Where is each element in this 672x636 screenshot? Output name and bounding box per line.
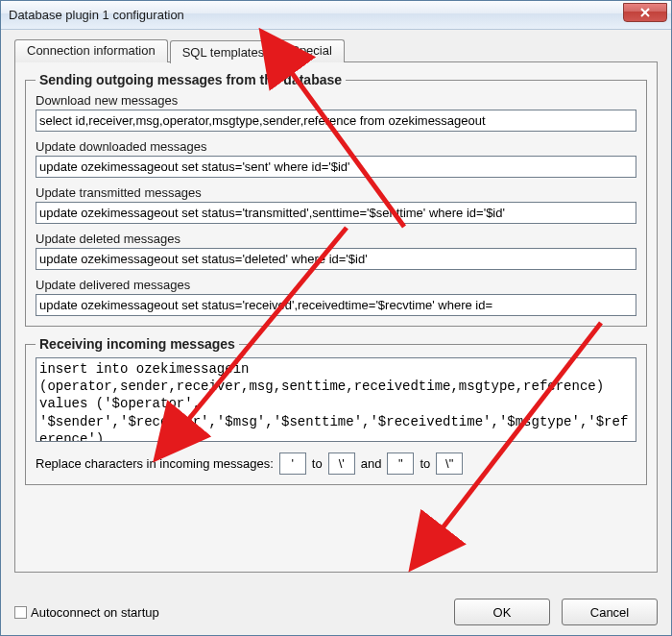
- update-deleted-messages-input[interactable]: [36, 248, 636, 270]
- download-new-messages-input[interactable]: [36, 110, 636, 132]
- window-title: Database plugin 1 configuration: [9, 8, 184, 22]
- outgoing-legend: Sending outgoing messages from the datab…: [36, 72, 346, 87]
- update-deleted-messages-label: Update deleted messages: [36, 232, 636, 246]
- tab-strip: Connection information SQL templates Spe…: [14, 39, 658, 62]
- dialog-footer: Autoconnect on startup OK Cancel: [14, 599, 658, 625]
- repl-and: and: [361, 456, 382, 471]
- tab-page-sql-templates: Sending outgoing messages from the datab…: [14, 61, 658, 573]
- cancel-button[interactable]: Cancel: [562, 599, 658, 625]
- update-downloaded-messages-label: Update downloaded messages: [36, 139, 636, 154]
- repl-from-1[interactable]: [279, 453, 306, 475]
- autoconnect-label: Autoconnect on startup: [31, 605, 159, 620]
- incoming-legend: Receiving incoming messages: [36, 336, 239, 352]
- repl-from-2[interactable]: [387, 453, 414, 475]
- repl-to-1[interactable]: [328, 453, 355, 475]
- repl-to-2[interactable]: [436, 453, 463, 475]
- incoming-insert-input[interactable]: [36, 357, 636, 442]
- close-icon: [640, 8, 650, 17]
- update-transmitted-messages-input[interactable]: [36, 202, 636, 224]
- repl-to-word-1: to: [312, 456, 323, 471]
- tab-connection-information[interactable]: Connection information: [14, 39, 168, 62]
- repl-label: Replace characters in incoming messages:: [36, 456, 274, 471]
- update-delivered-messages-input[interactable]: [36, 294, 636, 316]
- titlebar: Database plugin 1 configuration: [1, 1, 671, 30]
- tab-special[interactable]: Special: [278, 39, 345, 62]
- repl-to-word-2: to: [420, 456, 430, 471]
- ok-button[interactable]: OK: [454, 599, 550, 625]
- update-delivered-messages-label: Update delivered messages: [36, 278, 636, 292]
- fieldset-outgoing: Sending outgoing messages from the datab…: [25, 72, 647, 327]
- client-area: Connection information SQL templates Spe…: [1, 30, 671, 635]
- update-downloaded-messages-input[interactable]: [36, 156, 636, 178]
- config-window: Database plugin 1 configuration Connecti…: [0, 0, 672, 636]
- autoconnect-checkbox[interactable]: [14, 606, 27, 619]
- tab-sql-templates[interactable]: SQL templates: [170, 40, 277, 63]
- replace-characters-row: Replace characters in incoming messages:…: [36, 453, 636, 475]
- fieldset-incoming: Receiving incoming messages Replace char…: [25, 336, 647, 485]
- autoconnect-checkbox-wrap[interactable]: Autoconnect on startup: [14, 605, 443, 620]
- close-button[interactable]: [623, 3, 667, 22]
- update-transmitted-messages-label: Update transmitted messages: [36, 185, 636, 200]
- download-new-messages-label: Download new messages: [36, 93, 636, 108]
